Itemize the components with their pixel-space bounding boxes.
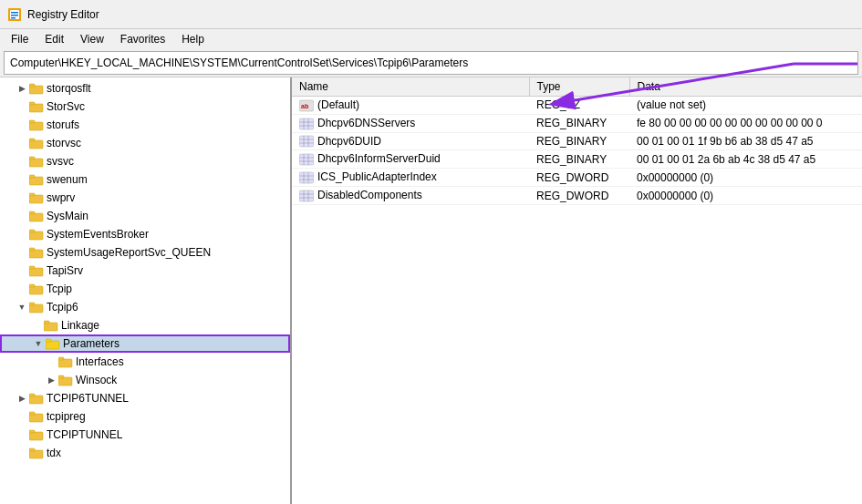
tree-label: TCPIP6TUNNEL xyxy=(47,392,129,405)
expand-icon[interactable]: ▶ xyxy=(15,81,29,96)
tree-label: SystemEventsBroker xyxy=(47,228,149,241)
menu-edit[interactable]: Edit xyxy=(37,31,71,47)
expand-icon[interactable] xyxy=(44,355,58,369)
tree-label: svsvc xyxy=(47,155,74,168)
folder-icon xyxy=(29,283,44,295)
cell-name: ab (Default) xyxy=(292,97,529,115)
menu-help[interactable]: Help xyxy=(174,31,212,47)
menu-favorites[interactable]: Favorites xyxy=(113,31,172,47)
svg-rect-44 xyxy=(29,414,43,422)
tree-item[interactable]: SysMain xyxy=(0,207,290,225)
tree-label: Parameters xyxy=(63,337,119,350)
expand-icon[interactable] xyxy=(29,318,44,333)
tree-label: storvsc xyxy=(47,137,81,149)
tree-item[interactable]: svsvc xyxy=(0,152,290,170)
col-name[interactable]: Name xyxy=(292,77,529,97)
expand-icon[interactable] xyxy=(15,172,29,187)
col-data[interactable]: Data xyxy=(629,77,862,97)
reg-value-icon: ab xyxy=(299,99,314,112)
tree-label: Tcpip6 xyxy=(47,301,78,314)
tree-label: Winsock xyxy=(76,374,117,386)
registry-table: Name Type Data ab (Default)REG_SZ(value … xyxy=(292,77,862,205)
tree-pane[interactable]: ▶ storqosflt StorSvc storufs storvsc svs… xyxy=(0,77,292,504)
expand-icon[interactable] xyxy=(15,99,29,114)
svg-rect-4 xyxy=(11,17,16,19)
svg-rect-38 xyxy=(58,359,72,367)
expand-icon[interactable]: ▶ xyxy=(44,373,58,387)
svg-rect-42 xyxy=(29,396,43,404)
tree-item[interactable]: tdx xyxy=(0,444,290,462)
table-row[interactable]: Dhcpv6DUIDREG_BINARY00 01 00 01 1f 9b b6… xyxy=(292,132,862,150)
folder-icon xyxy=(29,246,44,259)
tree-item[interactable]: SystemUsageReportSvc_QUEEN xyxy=(0,243,290,262)
cell-type: REG_BINARY xyxy=(529,150,629,169)
expand-icon[interactable] xyxy=(15,118,29,132)
tree-item[interactable]: ▶ storqosflt xyxy=(0,79,290,98)
tree-item[interactable]: ▶ TCPIP6TUNNEL xyxy=(0,389,290,407)
svg-rect-72 xyxy=(299,190,314,201)
address-bar[interactable]: Computer\HKEY_LOCAL_MACHINE\SYSTEM\Curre… xyxy=(4,51,858,75)
folder-icon xyxy=(46,337,60,350)
expand-icon[interactable]: ▼ xyxy=(15,300,29,314)
svg-rect-46 xyxy=(29,432,43,440)
tree-item[interactable]: swprv xyxy=(0,189,290,207)
expand-icon[interactable] xyxy=(15,263,29,278)
reg-value-name: Dhcpv6DUID xyxy=(317,135,381,148)
expand-icon[interactable] xyxy=(15,427,29,442)
svg-rect-57 xyxy=(299,136,314,147)
svg-rect-32 xyxy=(29,304,43,313)
expand-icon[interactable] xyxy=(15,136,29,150)
svg-rect-14 xyxy=(29,140,43,149)
tree-item[interactable]: Linkage xyxy=(0,316,290,334)
reg-value-name: Dhcpv6InformServerDuid xyxy=(317,152,441,165)
folder-icon xyxy=(29,137,44,149)
expand-icon[interactable] xyxy=(15,209,29,223)
tree-item[interactable]: tcpipreg xyxy=(0,407,290,426)
tree-label: swenum xyxy=(47,173,88,186)
reg-value-name: (Default) xyxy=(317,98,359,111)
tree-item[interactable]: storufs xyxy=(0,116,290,134)
tree-item[interactable]: ▼ Parameters xyxy=(0,334,290,353)
folder-icon xyxy=(29,82,44,95)
table-row[interactable]: Dhcpv6InformServerDuidREG_BINARY00 01 00… xyxy=(292,150,862,169)
tree-item[interactable]: Interfaces xyxy=(0,353,290,371)
tree-item[interactable]: Tcpip xyxy=(0,280,290,298)
tree-item[interactable]: ▼ Tcpip6 xyxy=(0,298,290,316)
table-row[interactable]: ICS_PublicAdapterIndexREG_DWORD0x0000000… xyxy=(292,169,862,187)
tree-label: tdx xyxy=(47,447,61,459)
svg-rect-40 xyxy=(58,377,72,386)
svg-rect-26 xyxy=(29,250,43,258)
svg-rect-43 xyxy=(29,394,35,396)
expand-icon[interactable] xyxy=(15,245,29,260)
tree-item[interactable]: storvsc xyxy=(0,134,290,152)
menu-file[interactable]: File xyxy=(4,31,36,47)
svg-rect-35 xyxy=(44,321,49,324)
table-row[interactable]: DisabledComponentsREG_DWORD0x00000000 (0… xyxy=(292,187,862,205)
col-type[interactable]: Type xyxy=(529,77,629,97)
tree-item[interactable]: SystemEventsBroker xyxy=(0,225,290,243)
svg-rect-45 xyxy=(29,412,35,415)
tree-item[interactable]: StorSvc xyxy=(0,98,290,116)
tree-item[interactable]: swenum xyxy=(0,170,290,189)
expand-icon[interactable]: ▶ xyxy=(15,391,29,406)
svg-rect-3 xyxy=(11,15,18,16)
expand-icon[interactable] xyxy=(15,282,29,296)
menu-view[interactable]: View xyxy=(73,31,111,47)
expand-icon[interactable] xyxy=(15,409,29,424)
expand-icon[interactable] xyxy=(15,190,29,205)
svg-rect-48 xyxy=(29,450,43,458)
folder-icon xyxy=(58,355,73,368)
table-row[interactable]: ab (Default)REG_SZ(value not set) xyxy=(292,97,862,115)
expand-icon[interactable]: ▼ xyxy=(31,336,46,351)
cell-type: REG_SZ xyxy=(529,97,629,115)
folder-icon xyxy=(58,374,73,386)
svg-rect-28 xyxy=(29,268,43,276)
tree-item[interactable]: TapiSrv xyxy=(0,262,290,280)
tree-item[interactable]: TCPIPTUNNEL xyxy=(0,426,290,444)
tree-item[interactable]: ▶ Winsock xyxy=(0,371,290,389)
table-row[interactable]: Dhcpv6DNSServersREG_BINARYfe 80 00 00 00… xyxy=(292,114,862,132)
expand-icon[interactable] xyxy=(15,154,29,169)
expand-icon[interactable] xyxy=(15,227,29,242)
expand-icon[interactable] xyxy=(15,446,29,460)
cell-name: Dhcpv6DNSServers xyxy=(292,114,529,132)
